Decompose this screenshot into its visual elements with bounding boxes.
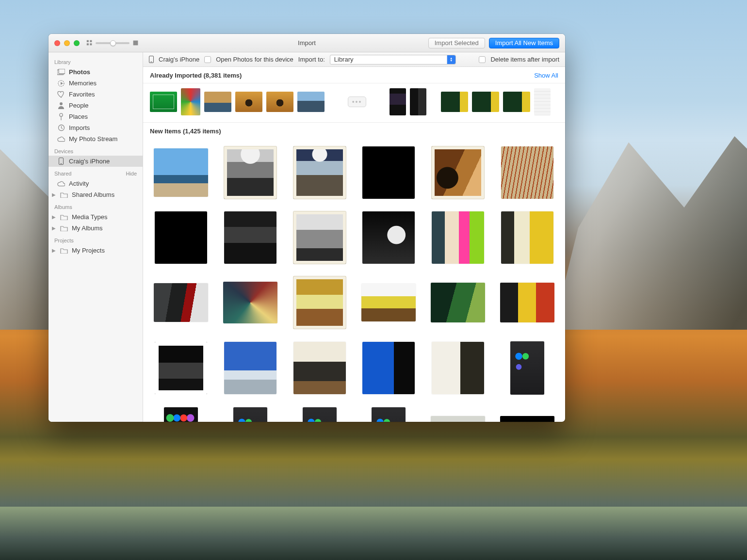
photo-thumbnail[interactable] bbox=[224, 146, 276, 199]
sidebar-item-media-types[interactable]: ▶ Media Types bbox=[49, 211, 143, 223]
sidebar-item-label: My Projects bbox=[72, 247, 105, 254]
photo-thumbnail[interactable] bbox=[500, 416, 554, 422]
sidebar-item-people[interactable]: People bbox=[49, 100, 143, 111]
photo-thumbnail[interactable] bbox=[204, 92, 231, 112]
device-name-label: Craig's iPhone bbox=[159, 56, 199, 63]
photo-thumbnail[interactable] bbox=[372, 407, 406, 422]
new-items-grid bbox=[143, 139, 565, 422]
photos-icon bbox=[57, 68, 65, 76]
sidebar-item-label: Shared Albums bbox=[72, 191, 114, 198]
fullscreen-button[interactable] bbox=[74, 40, 80, 46]
sidebar-item-favorites[interactable]: Favorites bbox=[49, 89, 143, 100]
photo-thumbnail[interactable] bbox=[224, 211, 276, 264]
photo-thumbnail[interactable] bbox=[154, 283, 208, 322]
photo-thumbnail[interactable] bbox=[293, 276, 346, 329]
photo-thumbnail[interactable] bbox=[500, 283, 554, 322]
photo-thumbnail[interactable] bbox=[410, 88, 426, 115]
sidebar-item-imports[interactable]: Imports bbox=[49, 122, 143, 133]
photo-thumbnail[interactable] bbox=[235, 92, 262, 112]
photo-thumbnail[interactable] bbox=[293, 211, 346, 264]
photo-thumbnail[interactable] bbox=[233, 407, 267, 422]
photo-thumbnail[interactable] bbox=[266, 92, 293, 112]
sidebar-item-shared-albums[interactable]: ▶ Shared Albums bbox=[49, 189, 143, 200]
photo-thumbnail[interactable] bbox=[297, 92, 325, 112]
sidebar-item-label: Activity bbox=[69, 180, 89, 187]
photo-thumbnail[interactable] bbox=[361, 284, 416, 321]
desktop-wallpaper: Import Import Selected Import All New It… bbox=[0, 0, 747, 560]
sidebar-item-places[interactable]: Places bbox=[49, 111, 143, 122]
photo-thumbnail[interactable] bbox=[534, 88, 551, 115]
photo-thumbnail[interactable] bbox=[432, 146, 484, 199]
photo-thumbnail[interactable] bbox=[501, 146, 553, 199]
open-photos-label: Open Photos for this device bbox=[216, 56, 293, 63]
iphone-icon bbox=[149, 56, 154, 63]
disclosure-triangle-icon[interactable]: ▶ bbox=[51, 192, 56, 197]
minimize-button[interactable] bbox=[64, 40, 70, 46]
photo-thumbnail[interactable] bbox=[293, 342, 346, 394]
delete-after-label: Delete items after import bbox=[490, 56, 559, 63]
sidebar-item-label: People bbox=[69, 102, 88, 109]
photo-thumbnail[interactable] bbox=[390, 88, 406, 115]
sidebar-header-library: Library bbox=[49, 55, 143, 66]
photo-thumbnail[interactable] bbox=[155, 211, 207, 264]
photo-thumbnail[interactable] bbox=[150, 92, 177, 112]
photo-thumbnail[interactable] bbox=[154, 148, 208, 197]
svg-point-9 bbox=[60, 102, 63, 105]
sidebar-item-label: Photos bbox=[69, 68, 90, 76]
disclosure-triangle-icon[interactable]: ▶ bbox=[51, 214, 56, 220]
photo-thumbnail[interactable] bbox=[303, 407, 337, 422]
open-photos-checkbox[interactable] bbox=[204, 56, 211, 63]
sidebar-item-my-projects[interactable]: ▶ My Projects bbox=[49, 245, 143, 256]
photo-thumbnail[interactable] bbox=[472, 92, 499, 112]
photo-thumbnail[interactable] bbox=[432, 342, 484, 394]
clock-icon bbox=[57, 124, 65, 132]
sidebar-item-label: Craig's iPhone bbox=[69, 158, 110, 165]
photo-thumbnail[interactable] bbox=[510, 341, 544, 395]
photo-thumbnail[interactable] bbox=[503, 92, 530, 112]
sidebar-item-photostream[interactable]: My Photo Stream bbox=[49, 133, 143, 144]
sidebar: Library Photos Memories Favorites People bbox=[49, 52, 143, 422]
photo-thumbnail[interactable] bbox=[362, 146, 415, 199]
already-imported-header: Already Imported (8,381 items) Show All bbox=[143, 67, 565, 83]
photo-thumbnail[interactable] bbox=[223, 282, 277, 323]
sidebar-header-projects: Projects bbox=[49, 234, 143, 245]
thumbnail-zoom-slider[interactable] bbox=[86, 40, 139, 46]
heart-icon bbox=[57, 91, 65, 98]
disclosure-triangle-icon[interactable]: ▶ bbox=[51, 248, 56, 253]
svg-rect-1 bbox=[90, 40, 92, 42]
scroll-area[interactable]: Already Imported (8,381 items) Show All … bbox=[143, 67, 565, 422]
delete-after-checkbox[interactable] bbox=[479, 56, 486, 63]
import-options-bar: Craig's iPhone Open Photos for this devi… bbox=[143, 52, 565, 67]
sidebar-item-device-iphone[interactable]: Craig's iPhone bbox=[49, 156, 143, 167]
more-photos-indicator[interactable]: ••• bbox=[348, 96, 366, 107]
photo-thumbnail[interactable] bbox=[362, 342, 415, 394]
sidebar-item-label: Memories bbox=[69, 80, 97, 87]
photo-thumbnail[interactable] bbox=[181, 88, 200, 115]
photo-thumbnail[interactable] bbox=[431, 416, 485, 422]
sidebar-item-label: My Photo Stream bbox=[69, 135, 117, 143]
folder-icon bbox=[60, 191, 68, 199]
section-title: New Items (1,425 items) bbox=[150, 128, 221, 135]
photo-thumbnail[interactable] bbox=[155, 342, 207, 394]
photo-thumbnail[interactable] bbox=[432, 211, 484, 264]
sidebar-hide-button[interactable]: Hide bbox=[126, 171, 137, 176]
grid-large-icon bbox=[132, 40, 139, 46]
sidebar-item-memories[interactable]: Memories bbox=[49, 78, 143, 89]
photo-thumbnail[interactable] bbox=[164, 407, 198, 422]
photo-thumbnail[interactable] bbox=[501, 211, 553, 264]
close-button[interactable] bbox=[54, 40, 60, 46]
photo-thumbnail[interactable] bbox=[362, 211, 415, 264]
import-all-button[interactable]: Import All New Items bbox=[489, 38, 559, 48]
import-to-select[interactable]: Library ▲▼ bbox=[330, 55, 456, 64]
disclosure-triangle-icon[interactable]: ▶ bbox=[51, 225, 56, 231]
photo-thumbnail[interactable] bbox=[441, 92, 468, 112]
sidebar-item-activity[interactable]: Activity bbox=[49, 178, 143, 189]
sidebar-item-photos[interactable]: Photos bbox=[49, 66, 143, 78]
show-all-link[interactable]: Show All bbox=[534, 72, 558, 79]
sidebar-item-my-albums[interactable]: ▶ My Albums bbox=[49, 223, 143, 234]
import-selected-button[interactable]: Import Selected bbox=[428, 38, 485, 48]
svg-rect-3 bbox=[90, 43, 92, 45]
photo-thumbnail[interactable] bbox=[431, 283, 485, 322]
photo-thumbnail[interactable] bbox=[224, 342, 276, 394]
photo-thumbnail[interactable] bbox=[293, 146, 346, 199]
